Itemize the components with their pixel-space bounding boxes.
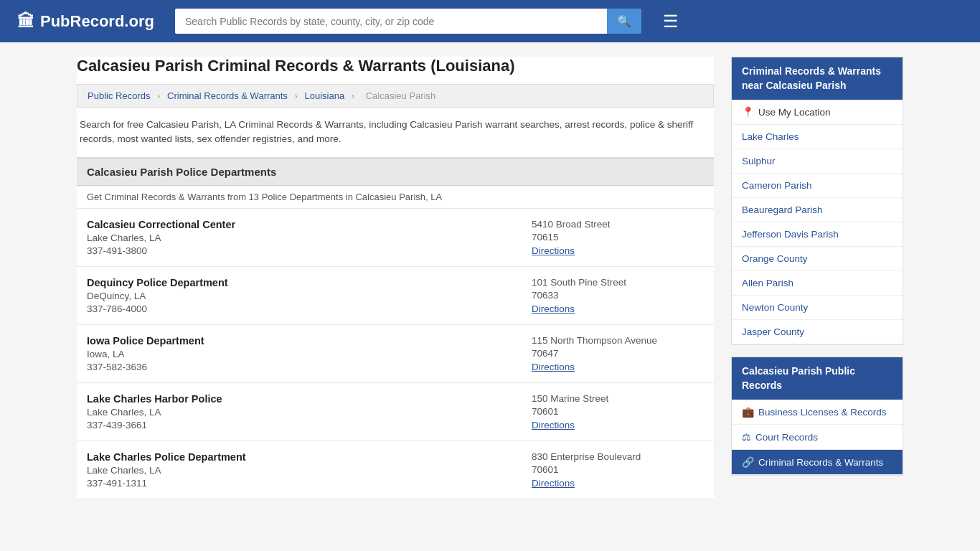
sidebar-court-label: Court Records [755, 432, 818, 443]
dept-right-3: 115 North Thompson Avenue 70647 Directio… [532, 335, 704, 372]
dept-city-1: Lake Charles, LA [87, 232, 517, 243]
dept-entry-5: Lake Charles Police Department Lake Char… [77, 441, 714, 499]
dept-city-2: DeQuincy, LA [87, 291, 517, 301]
dept-left-2: Dequincy Police Department DeQuincy, LA … [87, 277, 517, 314]
dept-name-3: Iowa Police Department [87, 335, 517, 347]
criminal-icon: 🔗 [742, 456, 754, 468]
breadcrumb-criminal-records[interactable]: Criminal Records & Warrants [167, 90, 288, 101]
dept-left-4: Lake Charles Harbor Police Lake Charles,… [87, 393, 517, 430]
sidebar-lake-charles-label: Lake Charles [742, 131, 799, 142]
dept-directions-4[interactable]: Directions [532, 419, 704, 430]
breadcrumb-separator-2: › [295, 90, 298, 101]
sidebar-criminal-label: Criminal Records & Warrants [758, 457, 883, 468]
dept-entry-3: Iowa Police Department Iowa, LA 337-582-… [77, 325, 714, 383]
breadcrumb-louisiana[interactable]: Louisiana [304, 90, 344, 101]
sidebar-item-sulphur[interactable]: Sulphur [732, 149, 903, 174]
sidebar-public-records-header: Calcasieu Parish Public Records [732, 357, 903, 400]
sidebar-nearby-box: Criminal Records & Warrants near Calcasi… [731, 57, 903, 345]
breadcrumb: Public Records › Criminal Records & Warr… [77, 84, 714, 108]
sidebar-item-allen-parish[interactable]: Allen Parish [732, 271, 903, 296]
sidebar-item-jefferson-davis-parish[interactable]: Jefferson Davis Parish [732, 222, 903, 247]
main-container: Calcasieu Parish Criminal Records & Warr… [60, 42, 920, 514]
logo-icon: 🏛 [17, 11, 34, 32]
dept-phone-3: 337-582-3636 [87, 362, 517, 372]
sidebar-item-cameron-parish[interactable]: Cameron Parish [732, 174, 903, 198]
sidebar: Criminal Records & Warrants near Calcasi… [731, 57, 903, 499]
dept-left-5: Lake Charles Police Department Lake Char… [87, 451, 517, 489]
dept-zip-2: 70633 [532, 290, 704, 301]
dept-entry-2: Dequincy Police Department DeQuincy, LA … [77, 267, 714, 325]
dept-name-4: Lake Charles Harbor Police [87, 393, 517, 405]
sidebar-item-business-licenses[interactable]: 💼 Business Licenses & Records [732, 400, 903, 425]
dept-directions-3[interactable]: Directions [532, 361, 704, 372]
dept-entry-4: Lake Charles Harbor Police Lake Charles,… [77, 383, 714, 441]
search-button[interactable]: 🔍 [607, 9, 641, 34]
sidebar-item-court-records[interactable]: ⚖ Court Records [732, 425, 903, 450]
sidebar-business-label: Business Licenses & Records [758, 407, 887, 418]
location-pin-icon: 📍 [742, 106, 754, 118]
dept-directions-1[interactable]: Directions [532, 245, 704, 256]
sidebar-item-newton-county[interactable]: Newton County [732, 296, 903, 320]
sidebar-item-beauregard-parish[interactable]: Beauregard Parish [732, 198, 903, 222]
dept-directions-2[interactable]: Directions [532, 303, 704, 314]
dept-right-5: 830 Enterprise Boulevard 70601 Direction… [532, 451, 704, 489]
sidebar-jasper-county-label: Jasper County [742, 326, 804, 337]
sidebar-nearby-header: Criminal Records & Warrants near Calcasi… [732, 57, 903, 100]
dept-left-1: Calcasieu Correctional Center Lake Charl… [87, 219, 517, 256]
sidebar-location-label: Use My Location [758, 107, 831, 118]
sidebar-newton-county-label: Newton County [742, 302, 808, 313]
sidebar-allen-parish-label: Allen Parish [742, 278, 793, 288]
dept-directions-5[interactable]: Directions [532, 477, 704, 489]
logo-text: PubRecord.org [40, 12, 154, 31]
dept-zip-4: 70601 [532, 406, 704, 417]
dept-address-3: 115 North Thompson Avenue [532, 335, 704, 346]
dept-address-5: 830 Enterprise Boulevard [532, 451, 704, 462]
sidebar-sulphur-label: Sulphur [742, 156, 776, 166]
court-icon: ⚖ [742, 431, 751, 443]
content-area: Calcasieu Parish Criminal Records & Warr… [77, 57, 714, 499]
page-description: Search for free Calcasieu Parish, LA Cri… [77, 118, 714, 158]
dept-zip-5: 70601 [532, 464, 704, 475]
sidebar-orange-county-label: Orange County [742, 253, 808, 264]
sidebar-item-jasper-county[interactable]: Jasper County [732, 320, 903, 344]
dept-phone-4: 337-439-3661 [87, 420, 517, 430]
dept-city-3: Iowa, LA [87, 349, 517, 359]
dept-right-4: 150 Marine Street 70601 Directions [532, 393, 704, 430]
dept-name-1: Calcasieu Correctional Center [87, 219, 517, 230]
breadcrumb-current: Calcasieu Parish [366, 90, 436, 101]
sidebar-use-my-location[interactable]: 📍 Use My Location [732, 100, 903, 125]
dept-entry-1: Calcasieu Correctional Center Lake Charl… [77, 209, 714, 267]
dept-zip-3: 70647 [532, 348, 704, 359]
dept-right-2: 101 South Pine Street 70633 Directions [532, 277, 704, 314]
page-title: Calcasieu Parish Criminal Records & Warr… [77, 57, 714, 75]
dept-city-5: Lake Charles, LA [87, 465, 517, 476]
dept-phone-5: 337-491-1311 [87, 478, 517, 489]
sidebar-item-lake-charles[interactable]: Lake Charles [732, 125, 903, 149]
dept-city-4: Lake Charles, LA [87, 407, 517, 418]
dept-name-2: Dequincy Police Department [87, 277, 517, 288]
dept-address-2: 101 South Pine Street [532, 277, 704, 288]
section-subtitle: Get Criminal Records & Warrants from 13 … [77, 186, 714, 209]
breadcrumb-separator-3: › [352, 90, 354, 101]
site-logo[interactable]: 🏛 PubRecord.org [17, 11, 161, 32]
search-input[interactable] [175, 9, 607, 34]
breadcrumb-public-records[interactable]: Public Records [88, 90, 150, 101]
menu-icon[interactable]: ☰ [663, 11, 679, 32]
dept-phone-1: 337-491-3800 [87, 245, 517, 256]
search-bar: 🔍 [175, 9, 641, 34]
sidebar-cameron-label: Cameron Parish [742, 180, 812, 191]
dept-address-4: 150 Marine Street [532, 393, 704, 404]
section-header: Calcasieu Parish Police Departments [77, 158, 714, 186]
breadcrumb-separator-1: › [157, 90, 160, 101]
sidebar-beauregard-label: Beauregard Parish [742, 204, 823, 215]
sidebar-item-orange-county[interactable]: Orange County [732, 247, 903, 271]
sidebar-public-records-box: Calcasieu Parish Public Records 💼 Busine… [731, 357, 903, 476]
site-header: 🏛 PubRecord.org 🔍 ☰ [0, 0, 980, 42]
business-icon: 💼 [742, 406, 754, 418]
dept-zip-1: 70615 [532, 232, 704, 242]
sidebar-item-criminal-records[interactable]: 🔗 Criminal Records & Warrants [732, 450, 903, 475]
sidebar-jefferson-davis-label: Jefferson Davis Parish [742, 229, 839, 240]
dept-address-1: 5410 Broad Street [532, 219, 704, 230]
dept-phone-2: 337-786-4000 [87, 303, 517, 314]
dept-right-1: 5410 Broad Street 70615 Directions [532, 219, 704, 256]
